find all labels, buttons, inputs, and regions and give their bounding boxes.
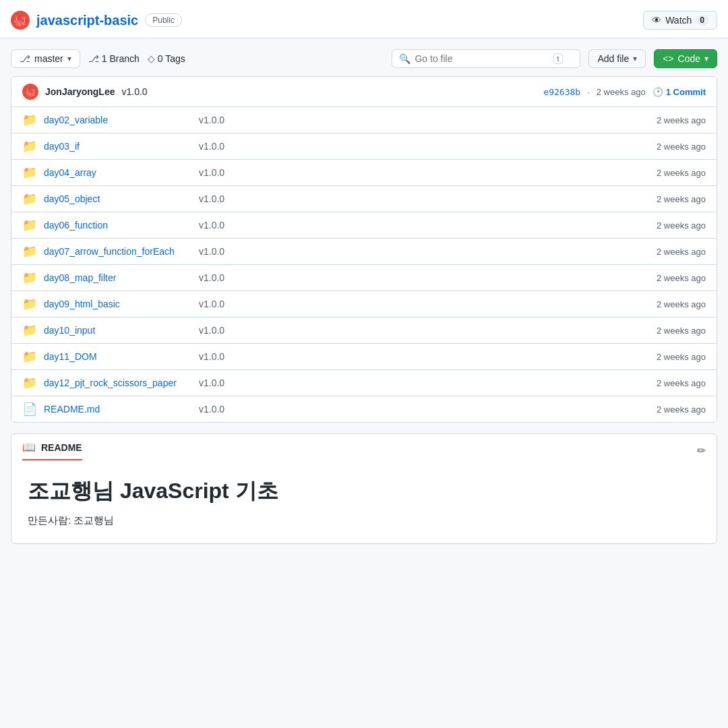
folder-icon: 📁 (22, 297, 37, 311)
readme-label: README (41, 442, 82, 453)
file-message: v1.0.0 (199, 351, 632, 362)
file-name[interactable]: day05_object (44, 193, 192, 204)
commit-count: 1 Commit (666, 87, 706, 97)
table-row: 📁day02_variablev1.0.02 weeks ago (11, 107, 717, 133)
commit-message: v1.0.0 (121, 86, 147, 97)
commit-time: 2 weeks ago (597, 87, 646, 97)
file-message: v1.0.0 (199, 377, 632, 388)
file-table: 🐙 JonJaryongLee v1.0.0 e92638b · 2 weeks… (11, 76, 717, 423)
folder-icon: 📁 (22, 323, 37, 338)
branch-link[interactable]: ⎇ 1 Branch (88, 53, 140, 64)
visibility-badge: Public (145, 13, 182, 27)
file-name[interactable]: day03_if (44, 141, 192, 152)
file-time: 2 weeks ago (638, 142, 706, 152)
file-message: v1.0.0 (199, 299, 632, 309)
readme-body: 조교행님 JavaScript 기초 만든사람: 조교행님 (11, 460, 717, 543)
commit-username[interactable]: JonJaryongLee (45, 86, 115, 97)
folder-icon: 📁 (22, 191, 37, 206)
folder-icon: 📁 (22, 218, 37, 233)
file-name[interactable]: day07_arrow_function_forEach (44, 246, 192, 257)
watch-button[interactable]: 👁 Watch 0 (643, 11, 717, 30)
search-box: 🔍 t (392, 49, 580, 68)
book-icon: 📖 (22, 441, 36, 454)
tag-icon: ◇ (148, 53, 155, 64)
file-message: v1.0.0 (199, 115, 632, 125)
add-file-button[interactable]: Add file ▾ (588, 49, 646, 68)
table-row: 📁day06_functionv1.0.02 weeks ago (11, 212, 717, 239)
repo-name[interactable]: javascript-basic (36, 13, 138, 28)
file-name[interactable]: day04_array (44, 167, 192, 178)
eye-icon: 👁 (652, 15, 661, 26)
file-time: 2 weeks ago (638, 352, 706, 362)
branch-selector-icon: ⎇ (20, 53, 30, 64)
file-name[interactable]: README.md (44, 404, 192, 415)
table-row: 📁day10_inputv1.0.02 weeks ago (11, 317, 717, 344)
file-time: 2 weeks ago (638, 220, 706, 231)
branch-selector[interactable]: ⎇ master ▾ (11, 49, 80, 68)
branch-count-icon: ⎇ (88, 53, 99, 64)
folder-icon: 📁 (22, 349, 37, 364)
readme-title-row: 📖 README (22, 441, 82, 460)
code-icon: <> (663, 53, 673, 64)
file-message: v1.0.0 (199, 220, 632, 231)
add-file-label: Add file (597, 53, 629, 64)
tag-link[interactable]: ◇ 0 Tags (148, 53, 185, 64)
table-row: 📁day07_arrow_function_forEachv1.0.02 wee… (11, 239, 717, 265)
file-time: 2 weeks ago (638, 247, 706, 257)
table-row: 📁day05_objectv1.0.02 weeks ago (11, 186, 717, 212)
add-file-chevron-icon: ▾ (633, 54, 637, 63)
watch-count: 0 (696, 16, 708, 25)
folder-icon: 📁 (22, 165, 37, 180)
file-time: 2 weeks ago (638, 168, 706, 178)
file-time: 2 weeks ago (638, 326, 706, 336)
commit-hash[interactable]: e92638b (543, 87, 580, 97)
file-message: v1.0.0 (199, 193, 632, 204)
file-name[interactable]: day02_variable (44, 115, 192, 125)
file-time: 2 weeks ago (638, 273, 706, 283)
file-name[interactable]: day06_function (44, 220, 192, 231)
file-name[interactable]: day11_DOM (44, 351, 192, 362)
folder-icon: 📁 (22, 375, 37, 390)
readme-section: 📖 README ✏ 조교행님 JavaScript 기초 만든사람: 조교행님 (11, 433, 717, 544)
file-name[interactable]: day09_html_basic (44, 299, 192, 309)
repo-toolbar: ⎇ master ▾ ⎇ 1 Branch ◇ 0 Tags 🔍 t Add f… (11, 38, 717, 76)
search-input[interactable] (415, 53, 549, 64)
table-row: 📁day03_ifv1.0.02 weeks ago (11, 133, 717, 160)
branch-count: 1 Branch (102, 53, 140, 64)
readme-subtitle: 만든사람: 조교행님 (28, 514, 700, 527)
commit-count-link[interactable]: 🕐 1 Commit (653, 87, 706, 97)
code-button[interactable]: <> Code ▾ (654, 49, 717, 68)
repo-header-left: 🐙 javascript-basic Public (11, 11, 182, 30)
commit-header-row: 🐙 JonJaryongLee v1.0.0 e92638b · 2 weeks… (11, 77, 717, 107)
file-message: v1.0.0 (199, 246, 632, 257)
folder-icon: 📁 (22, 270, 37, 285)
readme-header: 📖 README ✏ (11, 434, 717, 460)
file-time: 2 weeks ago (638, 194, 706, 204)
file-message: v1.0.0 (199, 404, 632, 415)
file-message: v1.0.0 (199, 325, 632, 336)
code-chevron-icon: ▾ (704, 54, 708, 63)
file-time: 2 weeks ago (638, 115, 706, 125)
chevron-down-icon: ▾ (67, 54, 71, 63)
file-time: 2 weeks ago (638, 404, 706, 415)
folder-icon: 📁 (22, 244, 37, 259)
file-message: v1.0.0 (199, 167, 632, 178)
readme-edit-icon[interactable]: ✏ (697, 444, 706, 457)
search-shortcut: t (553, 53, 562, 64)
file-name[interactable]: day12_pjt_rock_scissors_paper (44, 377, 192, 388)
file-name[interactable]: day08_map_filter (44, 272, 192, 283)
table-row: 📄README.mdv1.0.02 weeks ago (11, 396, 717, 422)
tag-count: 0 Tags (158, 53, 185, 64)
file-rows-container: 📁day02_variablev1.0.02 weeks ago📁day03_i… (11, 107, 717, 422)
table-row: 📁day09_html_basicv1.0.02 weeks ago (11, 291, 717, 317)
folder-icon: 📁 (22, 113, 37, 127)
table-row: 📁day12_pjt_rock_scissors_paperv1.0.02 we… (11, 370, 717, 396)
table-row: 📁day04_arrayv1.0.02 weeks ago (11, 160, 717, 186)
watch-label: Watch (665, 15, 692, 26)
file-icon: 📄 (22, 402, 37, 417)
file-time: 2 weeks ago (638, 378, 706, 388)
code-label: Code (678, 53, 700, 64)
clock-icon: 🕐 (653, 87, 663, 97)
file-name[interactable]: day10_input (44, 325, 192, 336)
commit-avatar: 🐙 (22, 84, 38, 100)
